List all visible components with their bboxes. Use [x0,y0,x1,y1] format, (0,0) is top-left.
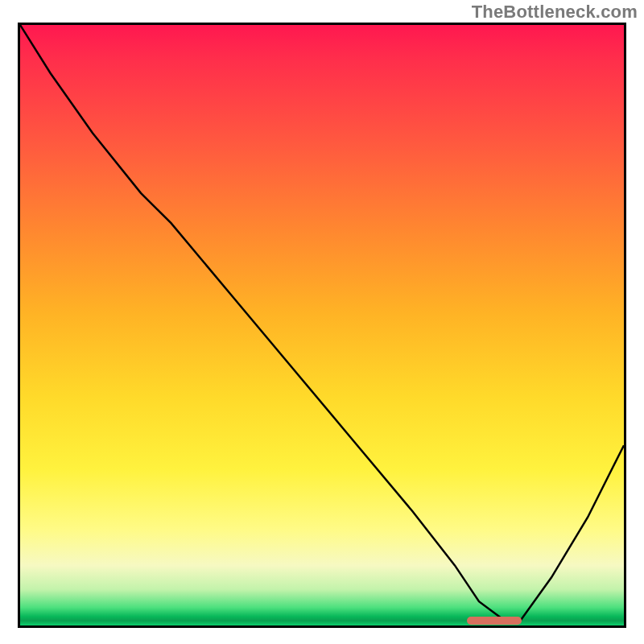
chart-svg [20,25,624,625]
chart-frame [18,23,626,628]
optimal-range-marker [467,617,522,625]
watermark-text: TheBottleneck.com [472,2,638,23]
page-root: TheBottleneck.com [0,0,644,644]
bottleneck-curve [20,25,624,620]
